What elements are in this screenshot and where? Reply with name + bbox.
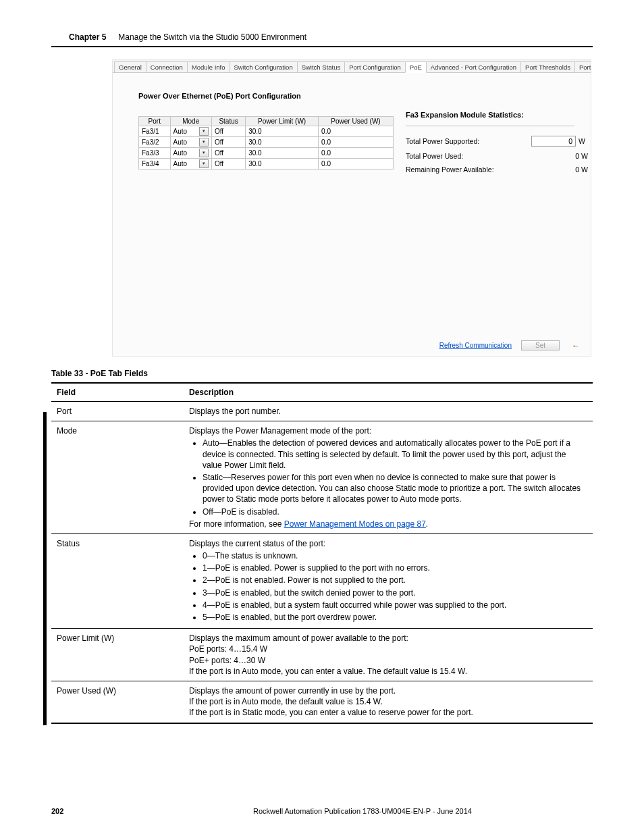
tab-switch-cfg[interactable]: Switch Configuration xyxy=(230,61,298,72)
mode-b1: Auto—Enables the detection of powered de… xyxy=(203,438,587,471)
cell-used: 0.0 xyxy=(319,137,394,148)
chevron-down-icon[interactable]: ▾ xyxy=(199,138,209,147)
mode-outro: For more information, see Power Manageme… xyxy=(189,519,587,529)
table33-caption: Table 33 - PoE Tab Fields xyxy=(51,369,593,378)
stat-used-value: 0 W xyxy=(575,152,588,160)
used-l1: Displays the amount of power currently i… xyxy=(189,685,587,696)
table33-row-used: Power Used (W) Displays the amount of po… xyxy=(51,681,593,723)
tab-port-cfg[interactable]: Port Configuration xyxy=(344,61,406,72)
tab-connection[interactable]: Connection xyxy=(146,61,188,72)
back-arrow-icon[interactable]: ← xyxy=(569,341,583,350)
cell-mode[interactable]: Auto ▾ xyxy=(170,137,211,148)
stat-remaining-label: Remaining Power Available: xyxy=(406,165,575,174)
status-b2: 1—PoE is enabled. Power is supplied to t… xyxy=(203,563,587,573)
cell-port: Fa3/4 xyxy=(139,159,171,170)
status-b5: 4—PoE is enabled, but a system fault occ… xyxy=(203,600,587,610)
poe-left-panel: Power Over Ethernet (PoE) Port Configura… xyxy=(138,92,394,328)
page-number: 202 xyxy=(51,807,132,815)
poe-right-panel: Fa3 Expansion Module Statistics: Total P… xyxy=(406,92,588,328)
cell-port: Fa3/1 xyxy=(139,126,171,137)
used-l3: If the port is in Static mode, you can e… xyxy=(189,707,587,718)
page: Chapter 5 Manage the Switch via the Stud… xyxy=(0,0,644,834)
cell-port: Fa3/3 xyxy=(139,148,171,159)
poe-panel-title: Power Over Ethernet (PoE) Port Configura… xyxy=(138,92,394,100)
used-l2: If the port is in Auto mode, the default… xyxy=(189,696,587,707)
cell-status: Off xyxy=(211,126,245,137)
stat-used: Total Power Used: 0 W xyxy=(406,152,588,160)
chevron-down-icon[interactable]: ▾ xyxy=(199,127,209,136)
cell-limit[interactable]: 30.0 xyxy=(246,137,319,148)
cell-used: 0.0 xyxy=(319,148,394,159)
set-button[interactable]: Set xyxy=(521,340,560,350)
table33: Field Description Port Displays the port… xyxy=(51,382,593,724)
chapter-label: Chapter 5 xyxy=(69,32,106,42)
cell-used: 0.0 xyxy=(319,159,394,170)
stat-remaining: Remaining Power Available: 0 W xyxy=(406,165,588,174)
poe-port-table-body: Fa3/1 Auto ▾ Off 30.0 0.0 xyxy=(139,126,394,170)
shot-body: Power Over Ethernet (PoE) Port Configura… xyxy=(113,73,591,335)
tab-general[interactable]: General xyxy=(114,61,146,72)
field-used: Power Used (W) xyxy=(51,681,184,723)
col-mode: Mode xyxy=(170,117,211,126)
mode-b2: Static—Reserves power for this port even… xyxy=(203,472,587,505)
cell-status: Off xyxy=(211,137,245,148)
table33-row-port: Port Displays the port number. xyxy=(51,402,593,421)
mode-bullets: Auto—Enables the detection of powered de… xyxy=(189,438,587,517)
tab-adv-port-cfg[interactable]: Advanced - Port Configuration xyxy=(426,61,521,72)
cell-limit[interactable]: 30.0 xyxy=(246,148,319,159)
chapter-title: Manage the Switch via the Studio 5000 En… xyxy=(118,32,306,42)
limit-l1: Displays the maximum amount of power ava… xyxy=(189,633,587,644)
cell-mode[interactable]: Auto ▾ xyxy=(170,159,211,170)
tab-switch-status[interactable]: Switch Status xyxy=(297,61,346,72)
stats-rule xyxy=(406,126,574,126)
head-field: Field xyxy=(51,383,184,402)
limit-l3: PoE+ ports: 4…30 W xyxy=(189,655,587,666)
cell-limit[interactable]: 30.0 xyxy=(246,159,319,170)
tab-poe[interactable]: PoE xyxy=(405,61,427,73)
cell-status: Off xyxy=(211,159,245,170)
field-limit: Power Limit (W) xyxy=(51,629,184,681)
tab-strip: General Connection Module Info Switch Co… xyxy=(113,60,591,73)
col-used: Power Used (W) xyxy=(319,117,394,126)
status-bullets: 0—The status is unknown. 1—PoE is enable… xyxy=(189,550,587,623)
mode-outro-post: . xyxy=(426,519,428,529)
cell-mode[interactable]: Auto ▾ xyxy=(170,148,211,159)
status-b4: 3—PoE is enabled, but the switch denied … xyxy=(203,588,587,598)
running-head: Chapter 5 Manage the Switch via the Stud… xyxy=(51,32,593,42)
cell-status: Off xyxy=(211,148,245,159)
table-row: Fa3/3 Auto ▾ Off 30.0 0.0 xyxy=(139,148,394,159)
tab-port-status[interactable]: Port Status xyxy=(574,61,591,72)
col-status: Status xyxy=(211,117,245,126)
tab-module-info[interactable]: Module Info xyxy=(187,61,230,72)
desc-mode: Displays the Power Management mode of th… xyxy=(184,421,593,534)
publication-info: Rockwell Automation Publication 1783-UM0… xyxy=(132,807,593,815)
mode-value: Auto xyxy=(173,160,188,167)
shot-footer: Refresh Communication Set ← xyxy=(439,340,583,350)
cell-limit[interactable]: 30.0 xyxy=(246,126,319,137)
stats-title: Fa3 Expansion Module Statistics: xyxy=(406,111,588,119)
tab-port-thresholds[interactable]: Port Thresholds xyxy=(520,61,575,72)
desc-port: Displays the port number. xyxy=(184,402,593,421)
limit-l2: PoE ports: 4…15.4 W xyxy=(189,644,587,654)
chevron-down-icon[interactable]: ▾ xyxy=(199,159,209,168)
stat-supported: Total Power Supported: 0 W xyxy=(406,136,588,147)
table-row: Fa3/1 Auto ▾ Off 30.0 0.0 xyxy=(139,126,394,137)
mode-value: Auto xyxy=(173,138,188,146)
stat-supported-value[interactable]: 0 xyxy=(531,136,576,147)
mode-outro-pre: For more information, see xyxy=(189,519,284,529)
poe-port-table: Port Mode Status Power Limit (W) Power U… xyxy=(138,116,394,170)
cell-mode[interactable]: Auto ▾ xyxy=(170,126,211,137)
power-mgmt-link[interactable]: Power Management Modes on page 87 xyxy=(284,519,426,529)
table33-row-limit: Power Limit (W) Displays the maximum amo… xyxy=(51,629,593,681)
desc-limit: Displays the maximum amount of power ava… xyxy=(184,629,593,681)
mode-intro: Displays the Power Management mode of th… xyxy=(189,425,587,436)
status-intro: Displays the current status of the port: xyxy=(189,538,587,549)
page-footer: 202 Rockwell Automation Publication 1783… xyxy=(51,807,593,815)
mode-b3: Off—PoE is disabled. xyxy=(203,506,587,517)
table33-row-status: Status Displays the current status of th… xyxy=(51,533,593,628)
cell-port: Fa3/2 xyxy=(139,137,171,148)
col-port: Port xyxy=(139,117,171,126)
refresh-link[interactable]: Refresh Communication xyxy=(439,342,512,349)
chevron-down-icon[interactable]: ▾ xyxy=(199,149,209,157)
cell-used: 0.0 xyxy=(319,126,394,137)
